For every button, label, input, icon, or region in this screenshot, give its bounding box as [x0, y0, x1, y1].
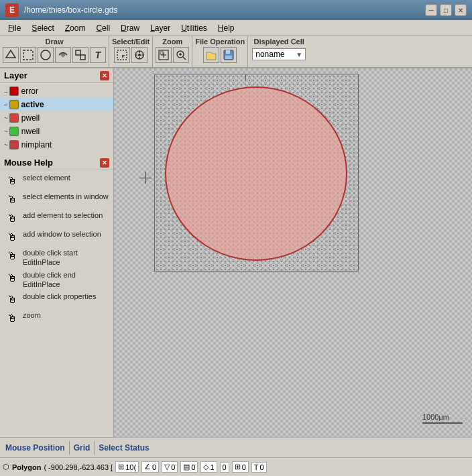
hatch-status: ▤ 0 — [180, 461, 198, 473]
draw-circle-btn[interactable] — [38, 47, 54, 63]
layer-item-active[interactable]: – active — [0, 98, 113, 111]
draw-box-btn[interactable] — [20, 47, 36, 63]
toolbar-select-section: Select/Edit — [109, 36, 153, 67]
menu-zoom[interactable]: Zoom — [60, 22, 91, 34]
angle-status: ∠ 0 — [141, 461, 159, 473]
mouse-help-close-btn[interactable]: ✕ — [100, 158, 109, 168]
mouse-icon-edit-end: 🖱 — [4, 270, 20, 286]
close-button[interactable]: ✕ — [455, 4, 467, 16]
file-operation-label: File Operation — [195, 38, 245, 46]
status-bar-2: ⬡ Polygon ( -900.298,-623.463 [ ⊞ 10( ∠ … — [0, 457, 472, 476]
layer-item-error[interactable]: – error — [0, 84, 113, 98]
svg-point-2 — [41, 50, 50, 60]
help-text-add-select: add element to selection — [23, 211, 103, 220]
menu-select[interactable]: Select — [26, 22, 59, 34]
zoom-in-btn[interactable] — [173, 47, 189, 63]
grid-status[interactable]: ⊞ 10( — [115, 461, 139, 473]
grid-val: 10( — [125, 463, 136, 471]
layer-item-nwell[interactable]: ~ nwell — [0, 125, 113, 138]
scale-container: 1000μm — [422, 413, 463, 424]
menu-draw[interactable]: Draw — [115, 22, 145, 34]
layer-expand-active: – — [4, 101, 8, 109]
layer-symbol-nwell — [9, 127, 19, 136]
main-layout: Layer ✕ – error – active ~ pwell — [0, 68, 472, 437]
top-tick — [245, 74, 246, 80]
select-btn[interactable] — [114, 47, 130, 63]
status-bar-1: Mouse Position Grid Select Status — [0, 437, 472, 457]
mouse-icon-select: 🖱 — [4, 173, 20, 189]
layer-expand-pwell: ~ — [4, 115, 8, 122]
toolbar: Draw T Select/Edit — [0, 36, 472, 68]
open-file-btn[interactable] — [203, 47, 219, 63]
dropdown-status: ▽ 0 — [162, 461, 178, 473]
svg-rect-4 — [76, 50, 80, 55]
mouse-icon-add-select: 🖱 — [4, 211, 20, 227]
grid2-status: ⊞ 0 — [232, 461, 249, 473]
text-val: 0 — [260, 463, 264, 471]
draw-polygon-btn[interactable] — [3, 47, 19, 63]
select-status-label: Select Status — [99, 443, 149, 453]
layer-name-error: error — [21, 86, 38, 96]
menu-utilities[interactable]: Utilities — [176, 22, 213, 34]
displayed-cell-label: Displayed Cell — [254, 38, 304, 46]
divider-2 — [94, 441, 95, 455]
layer-name-nwell: nwell — [21, 127, 40, 136]
draw-label: Draw — [46, 38, 64, 46]
svg-rect-5 — [80, 55, 85, 60]
shape-type-icon: ⬡ — [3, 463, 9, 471]
menu-cell[interactable]: Cell — [91, 22, 115, 34]
zoom-fit-btn[interactable] — [156, 47, 172, 63]
canvas-area[interactable]: 1000μm — [114, 68, 472, 437]
num1-status: 0 — [220, 462, 229, 473]
layer-symbol-pwell — [9, 113, 19, 123]
draw-instance-btn[interactable] — [72, 47, 88, 63]
displayed-cell-dropdown-icon[interactable]: ▼ — [296, 51, 302, 58]
layer-list: – error – active ~ pwell ~ nwell — [0, 83, 113, 153]
help-text-add-window: add window to selection — [23, 229, 101, 239]
text-icon: T — [254, 463, 259, 471]
layer-item-pwell[interactable]: ~ pwell — [0, 111, 113, 125]
help-text-zoom: zoom — [23, 310, 41, 320]
minimize-button[interactable]: ─ — [425, 4, 437, 16]
help-item-window-select: 🖱 select elements in window — [1, 190, 112, 209]
help-item-add-select: 🖱 add element to selection — [1, 209, 112, 228]
svg-rect-24 — [225, 56, 232, 59]
displayed-cell-value: noname — [255, 50, 296, 59]
app-icon: E — [5, 3, 19, 17]
menu-file[interactable]: File — [3, 22, 26, 34]
divider-1 — [69, 441, 70, 455]
diamond-status: ◇ 1 — [200, 461, 217, 473]
help-item-edit-start: 🖱 double click start EditInPlace — [1, 247, 112, 269]
maximize-button[interactable]: □ — [440, 4, 452, 16]
toolbar-draw-section: Draw T — [0, 36, 109, 67]
save-file-btn[interactable] — [221, 47, 237, 63]
toolbar-zoom-section: Zoom — [153, 36, 192, 67]
help-item-add-window: 🖱 add window to selection — [1, 228, 112, 247]
shape-type: Polygon — [12, 463, 41, 471]
scale-label: 1000μm — [422, 413, 463, 421]
gds-canvas[interactable] — [154, 74, 359, 272]
svg-rect-1 — [23, 50, 33, 60]
mouse-icon-window-select: 🖱 — [4, 192, 20, 208]
mouse-icon-add-window: 🖱 — [4, 229, 20, 245]
menu-help[interactable]: Help — [213, 22, 240, 34]
draw-path-btn[interactable] — [55, 47, 71, 63]
help-text-edit-end: double click end EditInPlace — [23, 270, 109, 290]
help-item-edit-end: 🖱 double click end EditInPlace — [1, 269, 112, 291]
svg-rect-23 — [226, 50, 230, 54]
layer-symbol-active — [9, 100, 19, 109]
mouse-help-list: 🖱 select element 🖱 select elements in wi… — [0, 170, 113, 437]
draw-text-btn[interactable]: T — [90, 47, 106, 63]
help-item-select: 🖱 select element — [1, 172, 112, 190]
hatch-val: 0 — [191, 463, 195, 471]
circle-element — [165, 86, 347, 261]
angle-icon: ∠ — [144, 463, 151, 471]
layer-title: Layer — [4, 70, 27, 80]
layer-item-nimplant[interactable]: ~ nimplant — [0, 138, 113, 152]
dropdown-val: 0 — [171, 463, 175, 471]
toolbar-file-section: File Operation — [192, 36, 248, 67]
svg-point-9 — [138, 54, 141, 56]
menu-layer[interactable]: Layer — [145, 22, 176, 34]
layer-close-btn[interactable]: ✕ — [100, 71, 109, 80]
edit-btn[interactable] — [131, 47, 148, 63]
